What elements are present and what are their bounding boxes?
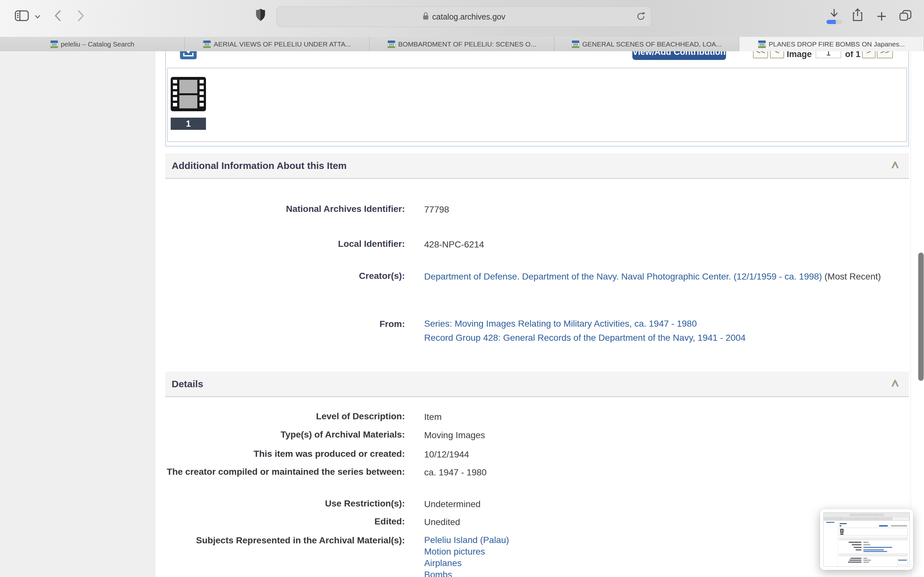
preview-toolbar bbox=[824, 513, 909, 517]
field-value: 77798 bbox=[424, 203, 883, 216]
field-value: Undetermined bbox=[424, 498, 883, 511]
section-header-additional-info[interactable]: Additional Information About this Item bbox=[165, 153, 909, 179]
field-label: Type(s) of Archival Materials: bbox=[165, 429, 405, 441]
field-link[interactable]: Department of Defense. Department of the… bbox=[424, 271, 822, 282]
tab-title: GENERAL SCENES OF BEACHHEAD, LOA... bbox=[582, 40, 722, 48]
chevron-up-icon[interactable] bbox=[891, 161, 899, 171]
preview-body bbox=[824, 521, 909, 566]
field-link[interactable]: Peleliu Island (Palau) bbox=[424, 534, 883, 546]
safari-window: catalog.archives.gov peleliu – Catalog S… bbox=[0, 0, 924, 577]
page-sidebar-area bbox=[0, 51, 155, 577]
forward-icon[interactable] bbox=[77, 10, 85, 23]
image-number-badge[interactable]: 1 bbox=[171, 118, 206, 130]
pagination-first-button[interactable]: << bbox=[753, 51, 768, 58]
archives-favicon-icon bbox=[50, 40, 58, 48]
url-text: catalog.archives.gov bbox=[432, 12, 505, 21]
field-label: Local Identifier: bbox=[165, 238, 405, 250]
field-value: Item bbox=[424, 410, 883, 424]
page-content: 1 View/Add Contributions << < Image of 1… bbox=[0, 51, 924, 577]
field-label: Use Restriction(s): bbox=[165, 498, 405, 510]
pagination-page-input[interactable] bbox=[816, 51, 841, 58]
sidebar-toggle-icon[interactable] bbox=[15, 10, 29, 23]
field-link[interactable]: Series: Moving Images Relating to Milita… bbox=[424, 318, 883, 330]
field-value: Peleliu Island (Palau)Motion picturesAir… bbox=[424, 534, 883, 577]
field-label: The creator compiled or maintained the s… bbox=[165, 466, 405, 478]
shield-icon[interactable] bbox=[255, 8, 266, 23]
field-value: Department of Defense. Department of the… bbox=[424, 270, 883, 284]
preview-tab-bar bbox=[824, 517, 909, 521]
browser-toolbar: catalog.archives.gov bbox=[0, 0, 924, 37]
thumbnail-strip: 1 bbox=[167, 68, 907, 142]
pagination-of-label: of 1 bbox=[845, 51, 861, 59]
field-label: National Archives Identifier: bbox=[165, 203, 405, 215]
tab-title: peleliu – Catalog Search bbox=[61, 40, 134, 48]
tab-overview-icon[interactable] bbox=[899, 10, 912, 23]
chevron-down-icon[interactable] bbox=[35, 14, 40, 20]
browser-tab[interactable]: GENERAL SCENES OF BEACHHEAD, LOA... bbox=[554, 37, 739, 51]
back-icon[interactable] bbox=[54, 10, 61, 23]
reload-icon[interactable] bbox=[636, 11, 646, 23]
downloads-icon[interactable] bbox=[830, 8, 838, 21]
archives-favicon-icon bbox=[203, 40, 211, 48]
download-reel-button[interactable] bbox=[180, 51, 197, 59]
pagination-image-label: Image bbox=[787, 51, 812, 59]
browser-tab[interactable]: peleliu – Catalog Search bbox=[0, 37, 185, 51]
film-reel-thumbnail[interactable] bbox=[171, 77, 206, 113]
field-link[interactable]: Motion pictures bbox=[424, 546, 883, 558]
field-label: From: bbox=[165, 318, 405, 330]
browser-tab[interactable]: PLANES DROP FIRE BOMBS ON Japanes... bbox=[739, 37, 924, 51]
browser-tab[interactable]: BOMBARDMENT OF PELELIU: SCENES O... bbox=[370, 37, 554, 51]
field-link[interactable]: Airplanes bbox=[424, 558, 883, 569]
field-label: Subjects Represented in the Archival Mat… bbox=[165, 534, 405, 546]
archives-favicon-icon bbox=[388, 40, 395, 48]
lock-icon bbox=[423, 12, 429, 21]
archives-favicon-icon bbox=[572, 40, 580, 48]
field-label: This item was produced or created: bbox=[165, 448, 405, 460]
field-value: ca. 1947 - 1980 bbox=[424, 466, 883, 479]
tab-title: AERIAL VIEWS OF PELELIU UNDER ATTA... bbox=[214, 40, 351, 48]
section-title: Additional Information About this Item bbox=[172, 160, 347, 171]
field-value: Series: Moving Images Relating to Milita… bbox=[424, 318, 883, 346]
preview-screenshot bbox=[823, 512, 910, 567]
share-icon[interactable] bbox=[852, 8, 863, 23]
url-field[interactable]: catalog.archives.gov bbox=[276, 6, 651, 27]
field-link[interactable]: Record Group 428: General Records of the… bbox=[424, 332, 883, 343]
field-value: 10/12/1944 bbox=[424, 448, 883, 461]
pagination-prev-button[interactable]: < bbox=[770, 51, 784, 58]
pagination-last-button[interactable]: >> bbox=[877, 51, 893, 58]
field-label: Edited: bbox=[165, 516, 405, 528]
new-tab-icon[interactable] bbox=[877, 11, 887, 23]
browser-tab[interactable]: AERIAL VIEWS OF PELELIU UNDER ATTA... bbox=[185, 37, 370, 51]
tab-title: BOMBARDMENT OF PELELIU: SCENES O... bbox=[398, 40, 536, 48]
tab-title: PLANES DROP FIRE BOMBS ON Japanes... bbox=[769, 40, 905, 48]
content-divider bbox=[911, 51, 911, 577]
tab-bar: peleliu – Catalog SearchAERIAL VIEWS OF … bbox=[0, 37, 924, 52]
field-label: Creator(s): bbox=[165, 270, 405, 282]
page-preview-thumbnail[interactable] bbox=[820, 509, 913, 570]
field-link[interactable]: Bombs bbox=[424, 569, 883, 577]
section-header-details[interactable]: Details bbox=[165, 372, 909, 397]
field-label: Level of Description: bbox=[165, 410, 405, 422]
field-value: Unedited bbox=[424, 516, 883, 529]
objects-panel: 1 bbox=[165, 51, 909, 147]
field-suffix: (Most Recent) bbox=[825, 271, 881, 282]
field-value: Moving Images bbox=[424, 429, 883, 442]
scrollbar-thumb[interactable] bbox=[918, 253, 924, 381]
field-value: 428-NPC-6214 bbox=[424, 238, 883, 251]
download-progress-bar bbox=[827, 20, 842, 24]
pagination-next-button[interactable]: > bbox=[862, 51, 876, 58]
archives-favicon-icon bbox=[758, 40, 766, 48]
chevron-up-icon[interactable] bbox=[891, 379, 899, 389]
section-title: Details bbox=[172, 379, 203, 390]
view-add-contributions-button[interactable]: View/Add Contributions bbox=[632, 51, 726, 60]
